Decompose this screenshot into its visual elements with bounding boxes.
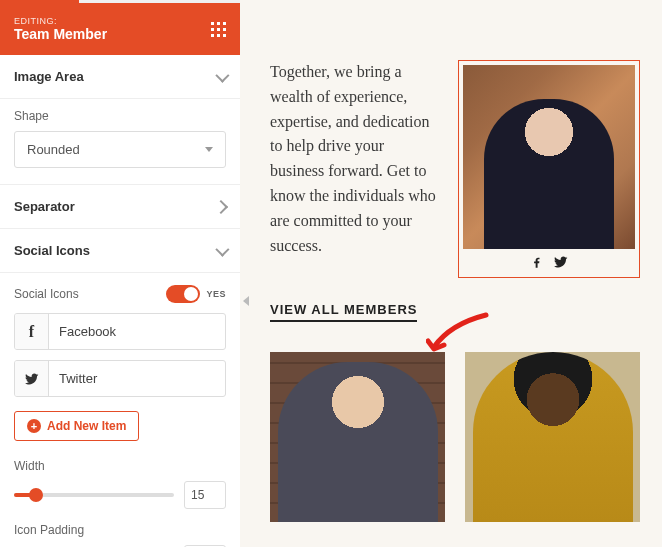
twitter-icon: [15, 361, 49, 396]
chevron-left-icon: [243, 296, 249, 306]
member-photo[interactable]: [465, 352, 640, 522]
twitter-icon[interactable]: [554, 255, 568, 269]
toggle-state-text: YES: [206, 289, 226, 299]
list-item-label: Facebook: [49, 314, 225, 349]
sidebar-header: EDITING: Team Member: [0, 3, 240, 55]
preview-canvas: Together, we bring a wealth of experienc…: [240, 0, 662, 547]
toggle-label: Social Icons: [14, 287, 79, 301]
icon-padding-field: Icon Padding: [0, 519, 240, 547]
member-social-icons: [463, 249, 635, 269]
chevron-down-icon: [215, 68, 229, 82]
icon-padding-label: Icon Padding: [14, 523, 226, 537]
list-item-label: Twitter: [49, 361, 225, 396]
width-label: Width: [14, 459, 226, 473]
sidebar-collapse-handle[interactable]: [240, 292, 252, 310]
section-image-area-body: Shape Rounded: [0, 99, 240, 185]
shape-field-label: Shape: [14, 109, 226, 123]
section-image-area[interactable]: Image Area: [0, 55, 240, 99]
section-separator[interactable]: Separator: [0, 185, 240, 229]
add-button-label: Add New Item: [47, 419, 126, 433]
shape-select-value: Rounded: [27, 142, 80, 157]
editor-sidebar: EDITING: Team Member Image Area Shape Ro…: [0, 0, 240, 547]
facebook-icon[interactable]: [530, 255, 544, 269]
social-icons-toggle-row: Social Icons YES: [0, 273, 240, 309]
section-social-icons[interactable]: Social Icons: [0, 229, 240, 273]
plus-icon: +: [27, 419, 41, 433]
social-icons-toggle[interactable]: [166, 285, 200, 303]
shape-select[interactable]: Rounded: [14, 131, 226, 168]
width-field: Width: [0, 455, 240, 519]
facebook-icon: f: [15, 314, 49, 349]
module-title: Team Member: [14, 26, 107, 42]
section-label: Social Icons: [14, 243, 90, 258]
drag-grip-icon[interactable]: [211, 22, 226, 37]
add-new-item-button[interactable]: + Add New Item: [14, 411, 139, 441]
width-value-input[interactable]: [184, 481, 226, 509]
view-all-members-link[interactable]: VIEW ALL MEMBERS: [270, 302, 417, 322]
chevron-down-icon: [215, 242, 229, 256]
editing-label: EDITING:: [14, 16, 107, 26]
social-icons-item-list: f Facebook Twitter: [0, 309, 240, 411]
section-label: Image Area: [14, 69, 84, 84]
member-photo: [463, 65, 635, 249]
intro-text: Together, we bring a wealth of experienc…: [270, 60, 438, 278]
list-item[interactable]: f Facebook: [14, 313, 226, 350]
section-label: Separator: [14, 199, 75, 214]
width-slider[interactable]: [14, 493, 174, 497]
members-grid: [270, 352, 640, 522]
caret-down-icon: [205, 147, 213, 152]
list-item[interactable]: Twitter: [14, 360, 226, 397]
chevron-right-icon: [214, 199, 228, 213]
member-photo[interactable]: [270, 352, 445, 522]
hero-row: Together, we bring a wealth of experienc…: [270, 60, 640, 278]
team-member-card[interactable]: [458, 60, 640, 278]
